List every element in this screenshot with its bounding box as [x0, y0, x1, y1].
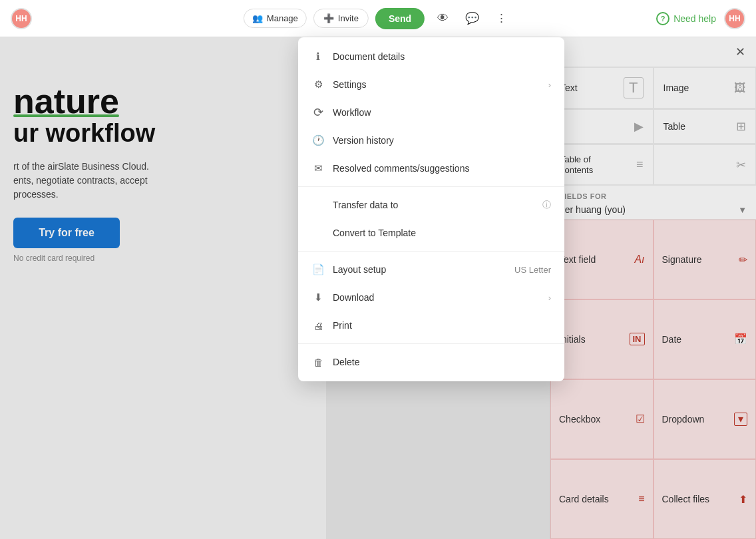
send-button[interactable]: Send [375, 8, 425, 29]
invite-button[interactable]: ➕ Invite [313, 9, 369, 28]
question-icon: ? [656, 12, 669, 25]
menu-item-layout-setup[interactable]: 📄 Layout setup US Letter [298, 256, 564, 283]
menu-divider-1 [298, 186, 564, 187]
menu-label-workflow: Workflow [333, 107, 371, 118]
invite-icon: ➕ [323, 13, 334, 23]
menu-item-version-history[interactable]: 🕐 Version history [298, 126, 564, 154]
avatar-left: HH [11, 8, 32, 29]
menu-label-settings: Settings [333, 79, 367, 90]
menu-divider-3 [298, 343, 564, 344]
header-center: 👥 Manage ➕ Invite Send 👁 💬 ⋮ [244, 7, 512, 30]
menu-label-convert-template: Convert to Template [333, 228, 416, 238]
settings-icon: ⚙ [311, 78, 325, 91]
menu-label-delete: Delete [333, 357, 359, 367]
menu-item-document-details[interactable]: ℹ Document details [298, 43, 564, 71]
eye-icon: 👁 [437, 12, 449, 25]
workflow-icon: ⟳ [311, 106, 325, 119]
settings-chevron-icon: › [548, 80, 551, 90]
version-history-icon: 🕐 [311, 134, 325, 147]
download-chevron-icon: › [548, 293, 551, 303]
menu-item-delete[interactable]: 🗑 Delete [298, 348, 564, 376]
delete-icon: 🗑 [311, 355, 325, 369]
manage-button[interactable]: 👥 Manage [244, 9, 307, 28]
invite-label: Invite [338, 13, 359, 23]
menu-item-resolved-comments[interactable]: ✉ Resolved comments/suggestions [298, 154, 564, 182]
menu-label-resolved-comments: Resolved comments/suggestions [333, 163, 469, 174]
menu-item-settings[interactable]: ⚙ Settings › [298, 71, 564, 98]
chat-icon: 💬 [465, 11, 479, 25]
header-right: ? Need help HH [656, 8, 756, 29]
menu-label-version-history: Version history [333, 135, 394, 146]
transfer-data-icon [311, 198, 325, 212]
menu-label-layout-setup: Layout setup [333, 264, 386, 275]
menu-item-download[interactable]: ⬇ Download › [298, 283, 564, 311]
need-help-label: Need help [673, 13, 716, 24]
print-icon: 🖨 [311, 319, 325, 332]
header-left: HH [0, 8, 32, 29]
menu-item-workflow[interactable]: ⟳ Workflow [298, 98, 564, 126]
menu-label-transfer-data: Transfer data to [333, 200, 398, 210]
chat-button[interactable]: 💬 [461, 7, 483, 30]
dropdown-menu: ℹ Document details ⚙ Settings › ⟳ Workfl… [298, 37, 564, 381]
menu-label-document-details: Document details [333, 51, 405, 62]
layout-setup-sublabel: US Letter [514, 265, 551, 275]
manage-label: Manage [267, 13, 298, 23]
transfer-data-info-icon: ⓘ [542, 199, 551, 211]
need-help-button[interactable]: ? Need help [656, 12, 716, 25]
menu-label-download: Download [333, 292, 374, 303]
avatar-right: HH [724, 8, 745, 29]
manage-icon: 👥 [252, 13, 263, 23]
eye-button[interactable]: 👁 [431, 7, 454, 30]
download-icon: ⬇ [311, 291, 325, 304]
menu-item-print[interactable]: 🖨 Print [298, 311, 564, 339]
resolved-comments-icon: ✉ [311, 162, 325, 175]
menu-label-print: Print [333, 320, 352, 331]
more-icon: ⋮ [496, 11, 507, 25]
menu-item-transfer-data[interactable]: Transfer data to ⓘ [298, 191, 564, 219]
convert-template-icon [311, 226, 325, 240]
menu-divider-2 [298, 251, 564, 252]
layout-setup-icon: 📄 [311, 263, 325, 276]
menu-item-convert-template[interactable]: Convert to Template [298, 219, 564, 247]
more-button[interactable]: ⋮ [490, 7, 512, 30]
app-header: HH 👥 Manage ➕ Invite Send 👁 💬 ⋮ ? Need h… [0, 0, 756, 37]
document-details-icon: ℹ [311, 50, 325, 63]
